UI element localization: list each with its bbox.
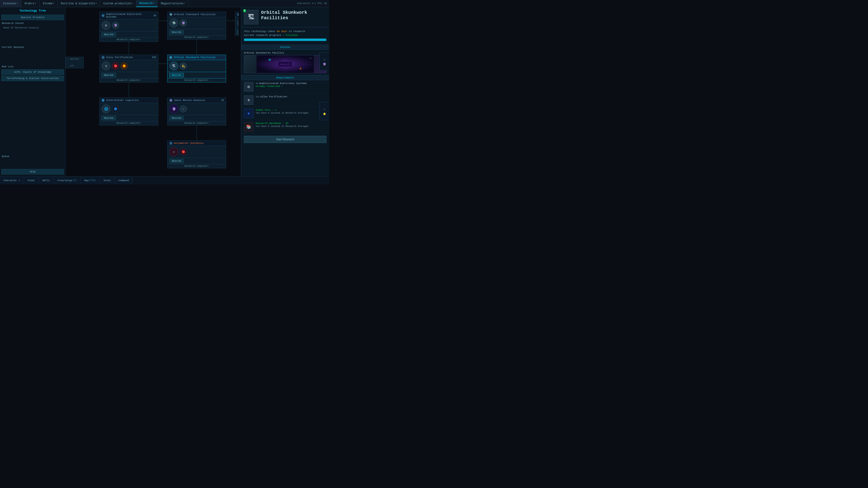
tab-doctrine[interactable]: Doctrine & blueprints 4 [58,0,100,7]
info-panel: S 🏗 Orbital SkunkworkFacilities This tec… [241,7,329,176]
bottom-btn-refit[interactable]: Refit [39,176,54,184]
bottom-btn-fleet[interactable]: Fleet [24,176,39,184]
card-body: ⚛ 🔴 [167,146,226,158]
card-header: ⚗ Alloy Purification III [100,55,158,60]
card-title: Orbital Fleetwork Facilities [174,13,224,16]
card-icon: ⚙ [101,14,105,17]
avatar-secondary: 🔵 [112,105,119,112]
mod1-btn[interactable]: AoTD- Vaults of Knowledge [1,69,64,75]
card-title: Janus Device Analysis [174,99,220,102]
avatar-secondary: 🔮 [112,22,119,29]
avatar-secondary: 💫 [180,62,187,70]
card-body: 🏗 💫 S [167,60,226,72]
unlock-title: Orbital Skunkworks Facility [244,52,327,54]
req-icon-2: ⚗ [244,95,253,105]
research-status: Research complete! [167,121,226,125]
tech-card-alloy: ⚗ Alloy Purification III ⚗ 🔴 🟠 More Info… [99,55,158,83]
card-footer: More Info [167,115,226,121]
partial-card-production: ...duction ...nfo [66,57,84,68]
avatar-main: 🔮 [169,104,178,113]
card-body: ⚗ 🔴 🟠 [100,60,158,72]
tab-mega[interactable]: Megastructures 7 [158,0,189,7]
more-info-button[interactable]: More Info [169,73,184,77]
tab-research[interactable]: Research 6 [136,0,158,7]
req-item-4: 📚 Research Databank : 25 You have 0 loca… [241,120,329,133]
unlock-item: Orbital Skunkworks Facility FACILITY [241,50,329,75]
req-icon-1: ⚙ [244,82,253,92]
card-footer: More Info [167,72,226,78]
card-footer: More Info [100,31,158,37]
tech-card-antimatter: ⚛ Antimatter Synthesis ⚛ 🔴 More Info Res… [167,140,226,168]
research-center-label: Research Center [1,21,64,25]
card-icon: 🌐 [101,99,105,102]
tier-badge: III [152,56,156,59]
more-info-button[interactable]: More Info [101,116,116,120]
tab-production[interactable]: Custom production 5 [100,0,136,7]
card-title: Alloy Purification [106,56,151,59]
tab-income[interactable]: Income 3 [39,0,58,7]
svg-text:FACILITY: FACILITY [280,63,290,66]
mod2-btn[interactable]: Terraforming & Station Construction [1,76,64,81]
req-item-2: ⚗ III Alloy Purification [241,94,329,107]
more-info-button[interactable]: More Info [237,30,239,34]
progress-bar-fill [244,39,326,41]
avatar-main: 🌐 [101,104,111,113]
bottom-btn-crew[interactable]: Crew/Cargo [I] [54,176,81,184]
tech-card-logistics: 🌐 Interstellar Logistics 🌐 🔵 More Info R… [99,98,158,125]
tier-badge: IV [153,14,156,17]
avatar-tertiary: 🟠 [121,62,128,70]
req-item-3: ● Alpha Core : 1 You have 0 located in R… [241,107,329,120]
more-info-button[interactable]: More Info [169,30,184,34]
research-status: Research complete! [167,164,226,168]
info-panel-icon: S 🏗 [244,10,258,24]
avatar-main: ⚗ [101,61,111,70]
card-body: 🛸 🔮 [167,17,226,29]
card-footer: More Info [100,72,158,78]
top-bar: Colonies 1 Orders 2 Income 3 Doctrine & … [0,0,329,7]
svg-point-14 [300,68,302,70]
bottom-btn-character[interactable]: Character + [0,176,24,184]
system-info: Starsector 0.1 FPS: 59 [295,0,329,7]
card-header: ⬆ Mega-Assembly Systems [235,12,239,17]
requirements-section-header: Requirements [241,75,329,80]
req-details-2: III Alloy Purification [256,95,287,98]
req-details-4: Research Databank : 25 You have 0 locate… [256,122,309,128]
research-status: Research complete! [167,78,226,82]
side-panel-extra-2: ☆ ⭐ [319,102,329,120]
bottom-btn-command[interactable]: Command [115,176,133,184]
avatar-secondary: 🔴 [180,148,187,156]
more-info-button[interactable]: More Info [101,73,116,77]
more-info-button[interactable]: More Info [169,159,184,163]
tab-orders[interactable]: Orders 2 [22,0,39,7]
card-header: 🔮 Janus Device Analysis II [167,98,226,103]
info-panel-header: S 🏗 Orbital SkunkworkFacilities [241,7,329,27]
card-title: Antimatter Synthesis [174,142,224,144]
research-status: Research complete! [167,35,226,39]
avatar-main: 🏗 [169,61,178,70]
tech-card-janus: 🔮 Janus Device Analysis II 🔮 ☆ More Info… [167,98,226,125]
bottom-btn-map[interactable]: Map [Tab] [81,176,100,184]
card-footer: More Info [235,29,239,35]
more-info-button[interactable]: More Info [169,116,184,120]
s-badge: S [243,9,246,12]
card-body: 🌐 🔵 [100,103,158,115]
req-icon-3: ● [244,109,253,118]
tab-colonies[interactable]: Colonies 1 [0,0,22,7]
card-icon: 🔮 [169,99,173,102]
card-header: 🛸 Orbital Fleetwork Facilities [167,12,226,17]
bottom-btn-intel[interactable]: Intel [100,176,115,184]
facility-icon: 🏗 [248,13,254,21]
start-research-button[interactable]: Start Research [244,136,327,143]
avatar-main: 🛸 [169,19,178,28]
help-btn[interactable]: Help [1,169,64,174]
card-header: 🏗 Orbital Skunkwork Facilities [167,55,226,60]
more-info-button[interactable]: More Info [101,32,116,37]
main-area: ⚙ Sophisticated Electronic Systems IV ⚙ … [66,7,329,176]
svg-text:12: 12 [309,57,312,59]
tier-badge: II [221,99,224,102]
svg-point-13 [269,59,271,61]
card-footer: More Info [100,115,158,121]
req-icon-4: 📚 [244,122,253,131]
card-body: 🔮 ☆ [167,103,226,115]
special-projects-btn[interactable]: Special Projects [1,15,64,20]
